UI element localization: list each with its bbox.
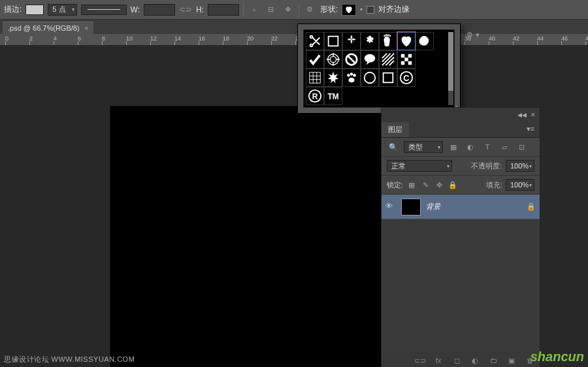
svg-rect-12 [401, 61, 405, 65]
shape-floral[interactable] [361, 32, 379, 50]
shape-heart[interactable] [397, 32, 416, 50]
svg-rect-9 [401, 54, 405, 58]
fill-label: 填充: [486, 180, 502, 190]
shape-grid[interactable] [306, 69, 324, 87]
panel-close-icon[interactable]: ✕ [531, 112, 536, 118]
shape-square-outline2[interactable] [379, 69, 397, 87]
svg-point-4 [389, 35, 391, 37]
stroke-size-dropdown[interactable]: 5 点 [48, 4, 76, 16]
flyout-scrollbar[interactable] [448, 32, 453, 105]
shape-registered[interactable]: R [306, 87, 324, 105]
heart-icon [344, 5, 354, 14]
layer-thumbnail[interactable] [401, 199, 421, 215]
lock-row: 锁定: ▦ ✎ ✥ 🔒 填充: 100% [382, 176, 540, 195]
svg-point-16 [350, 72, 353, 76]
svg-text:TM: TM [327, 92, 338, 101]
layer-name[interactable]: 背景 [426, 202, 521, 212]
filter-type-dropdown[interactable]: 类型 [404, 141, 443, 153]
layer-lock-icon: 🔒 [527, 202, 536, 211]
svg-point-18 [348, 78, 354, 82]
horizontal-ruler: 0246810121416182022242628303234363840424… [0, 34, 588, 46]
svg-rect-14 [310, 72, 321, 84]
flyout-gear-icon[interactable]: ⚙ ▾ [466, 28, 480, 41]
filter-smart-icon[interactable]: ⊡ [515, 142, 528, 152]
panel-menu-icon[interactable]: ▾≡ [521, 122, 540, 137]
stroke-style-dropdown[interactable] [81, 5, 127, 15]
opacity-input[interactable]: 100% [506, 160, 534, 172]
shape-grid: CRTM [303, 29, 455, 108]
lock-pixel-icon[interactable]: ✎ [420, 180, 431, 190]
fill-input[interactable]: 100% [506, 179, 534, 191]
svg-point-2 [385, 34, 387, 36]
watermark-right: shancun [531, 349, 584, 364]
shape-trademark[interactable]: TM [324, 87, 342, 105]
filter-shape-icon[interactable]: ▱ [498, 142, 511, 152]
shape-starburst[interactable] [324, 69, 342, 87]
group-icon[interactable]: 🗀 [487, 355, 499, 366]
svg-point-8 [365, 54, 376, 63]
align-icon[interactable]: ⊟ [265, 3, 278, 16]
document-tab-bar: .psd @ 66.7%(RGB/8) × [0, 20, 588, 34]
lock-label: 锁定: [387, 180, 403, 190]
close-icon[interactable]: × [85, 25, 89, 32]
filter-adjust-icon[interactable]: ◐ [464, 142, 477, 152]
filter-pixel-icon[interactable]: ▦ [447, 142, 460, 152]
stroke-color-swatch[interactable] [25, 5, 44, 15]
height-label: H: [196, 5, 204, 14]
shape-foot[interactable] [379, 32, 397, 50]
new-layer-icon[interactable]: ▣ [506, 355, 517, 366]
canvas-document[interactable] [110, 106, 381, 367]
svg-point-17 [353, 74, 356, 77]
layers-list: 👁 背景 🔒 [382, 195, 540, 351]
align-edges-checkbox[interactable] [367, 6, 374, 14]
shape-prohibit[interactable] [342, 50, 361, 69]
fx-icon[interactable]: fx [433, 355, 444, 366]
layer-row[interactable]: 👁 背景 🔒 [382, 195, 540, 219]
mask-icon[interactable]: ◻ [451, 355, 463, 366]
height-input[interactable] [208, 4, 239, 16]
visibility-toggle-icon[interactable]: 👁 [385, 202, 396, 212]
shape-scissors[interactable] [306, 32, 324, 50]
shape-paw[interactable] [342, 69, 361, 87]
shape-checker[interactable] [397, 50, 416, 69]
shape-copyright[interactable]: C [397, 69, 416, 87]
lock-pos-icon[interactable]: ✥ [434, 180, 444, 190]
shape-circle-outline[interactable] [361, 69, 379, 87]
panel-collapse-icon[interactable]: ◀◀ [517, 112, 527, 118]
align-edges-label: 对齐边缘 [378, 4, 410, 15]
arrange-icon[interactable]: ❖ [282, 3, 295, 16]
svg-point-19 [365, 72, 376, 84]
width-input[interactable] [144, 4, 175, 16]
shape-blob[interactable] [416, 32, 434, 50]
adjustment-icon[interactable]: ◐ [469, 355, 481, 366]
document-tab-title: .psd @ 66.7%(RGB/8) [8, 24, 80, 32]
panel-header: ◀◀ ✕ [382, 108, 540, 122]
watermark-left: 思缘设计论坛 WWW.MISSYUAN.COM [4, 355, 135, 364]
search-icon[interactable]: 🔍 [387, 142, 400, 152]
blend-row: 正常 不透明度: 100% [382, 157, 540, 176]
svg-point-6 [330, 56, 336, 62]
link-layers-icon[interactable]: ⊂⊃ [414, 355, 426, 366]
lock-trans-icon[interactable]: ▦ [406, 180, 417, 190]
document-tab[interactable]: .psd @ 66.7%(RGB/8) × [3, 22, 93, 34]
shape-speech[interactable] [361, 50, 379, 69]
shape-target[interactable] [324, 50, 342, 69]
shape-diag-lines[interactable] [379, 50, 397, 69]
lock-all-icon[interactable]: 🔒 [448, 180, 458, 190]
filter-type-icon[interactable]: T [481, 142, 494, 152]
link-wh-icon[interactable]: ⊂⊃ [179, 3, 192, 16]
blend-mode-dropdown[interactable]: 正常 [387, 160, 452, 172]
path-ops-icon[interactable]: ▫ [248, 3, 261, 16]
gear-icon[interactable]: ⚙ [303, 3, 316, 16]
shape-square-outline[interactable] [324, 32, 342, 50]
stroke-label: 描边: [4, 4, 22, 15]
svg-rect-11 [404, 57, 408, 61]
svg-rect-13 [408, 61, 412, 65]
opacity-label: 不透明度: [471, 161, 502, 171]
svg-rect-20 [384, 73, 393, 83]
shape-fleur[interactable] [342, 32, 361, 50]
shape-swatch[interactable] [342, 4, 356, 16]
shape-checkmark[interactable] [306, 50, 324, 69]
layers-tab[interactable]: 图层 [382, 122, 409, 137]
options-bar: 描边: 5 点 W: ⊂⊃ H: ▫ ⊟ ❖ ⚙ 形状: ▾ 对齐边缘 [0, 0, 588, 20]
